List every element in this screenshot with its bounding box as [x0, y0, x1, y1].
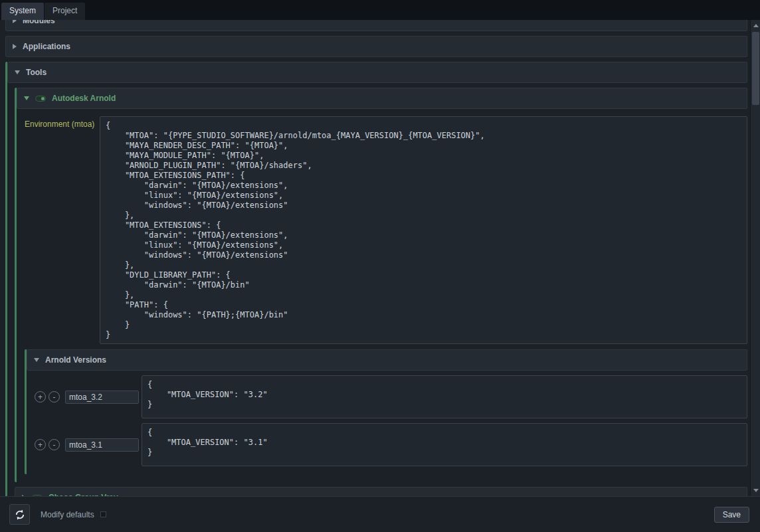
remove-version-button[interactable]: - — [48, 391, 60, 402]
environment-field-row: Environment (mtoa) { "MTOA": "{PYPE_STUD… — [25, 116, 747, 344]
version-json-textarea[interactable]: { "MTOA_VERSION": "3.2" } — [142, 375, 747, 418]
environment-label: Environment (mtoa) — [25, 116, 100, 129]
section-header-applications[interactable]: Applications — [5, 36, 747, 57]
section-title: Autodesk Arnold — [52, 94, 116, 103]
refresh-icon — [14, 509, 26, 521]
refresh-button[interactable] — [9, 504, 30, 525]
chevron-right-icon — [13, 44, 17, 49]
section-header-arnold-versions[interactable]: Arnold Versions — [27, 349, 747, 371]
section-autodesk-arnold: Autodesk Arnold Environment (mtoa) { "MT… — [15, 88, 747, 482]
section-title: Tools — [26, 68, 47, 77]
tab-bar: System Project — [0, 0, 760, 20]
tab-project[interactable]: Project — [45, 3, 85, 20]
scroll-down-arrow-icon[interactable] — [751, 486, 760, 495]
section-header-modules[interactable]: Modules — [5, 20, 747, 31]
enabled-toggle-icon[interactable] — [35, 96, 46, 102]
add-version-button[interactable]: + — [35, 391, 46, 402]
vertical-scrollbar[interactable] — [750, 20, 760, 496]
section-tools: Tools Autodesk Arnold Environment (mtoa)… — [5, 62, 747, 496]
section-header-tools[interactable]: Tools — [7, 62, 747, 83]
settings-scroll-area: Modules Applications Tools Autodesk Arno… — [0, 20, 750, 496]
add-version-button[interactable]: + — [35, 439, 46, 450]
tab-system[interactable]: System — [1, 3, 44, 20]
section-title: Modules — [23, 20, 55, 25]
chevron-down-icon — [24, 96, 29, 100]
version-row: + - { "MTOA_VERSION": "3.1" } — [35, 423, 747, 466]
scrollbar-thumb[interactable] — [752, 32, 759, 105]
section-title: Applications — [23, 42, 70, 51]
environment-json-textarea[interactable]: { "MTOA": "{PYPE_STUDIO_SOFTWARE}/arnold… — [100, 116, 747, 344]
version-json-textarea[interactable]: { "MTOA_VERSION": "3.1" } — [142, 423, 747, 466]
remove-version-button[interactable]: - — [48, 439, 60, 450]
save-button[interactable]: Save — [714, 507, 749, 523]
section-header-autodesk-arnold[interactable]: Autodesk Arnold — [17, 88, 747, 109]
arnold-versions-body: + - { "MTOA_VERSION": "3.2" } + - { "MTO… — [27, 371, 747, 474]
footer-bar: Modify defaults Save — [0, 496, 760, 532]
modify-defaults-checkbox[interactable] — [100, 511, 106, 517]
chevron-down-icon — [34, 358, 39, 362]
section-header-chaos-group-vray[interactable]: Chaos Group Vray — [15, 487, 747, 496]
tools-body: Autodesk Arnold Environment (mtoa) { "MT… — [7, 83, 747, 496]
section-chaos-group-vray: Chaos Group Vray — [15, 487, 747, 496]
chevron-right-icon — [13, 20, 17, 23]
section-title: Arnold Versions — [45, 355, 106, 365]
section-arnold-versions: Arnold Versions + - { "MTOA_VERSION": "3… — [25, 349, 747, 474]
scroll-up-arrow-icon[interactable] — [751, 21, 760, 31]
section-applications: Applications — [5, 36, 747, 57]
version-key-input[interactable] — [65, 438, 139, 452]
autodesk-arnold-body: Environment (mtoa) { "MTOA": "{PYPE_STUD… — [17, 109, 747, 482]
version-row: + - { "MTOA_VERSION": "3.2" } — [35, 375, 747, 418]
version-key-input[interactable] — [65, 391, 139, 404]
section-modules: Modules — [5, 20, 747, 31]
modify-defaults-label: Modify defaults — [41, 510, 94, 519]
chevron-down-icon — [15, 70, 20, 74]
